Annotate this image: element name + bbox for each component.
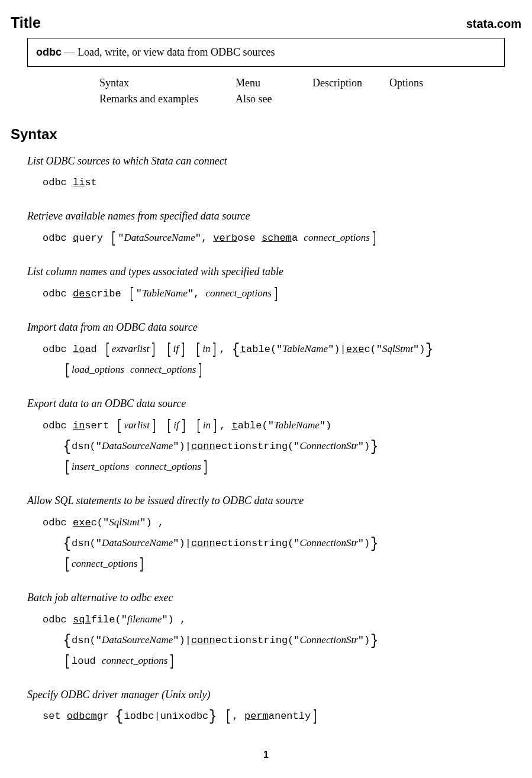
syntax-block-insert: Export data to an ODBC data source odbc … <box>27 396 521 477</box>
syntax-desc: Export data to an ODBC data source <box>27 396 521 412</box>
header-row: Title stata.com <box>11 12 521 34</box>
syntax-cmd: odbc exec("SqlStmt") , {dsn("DataSourceN… <box>43 512 521 574</box>
syntax-block-sqlfile: Batch job alternative to odbc exec odbc … <box>27 590 521 672</box>
syntax-desc: List column names and types associated w… <box>27 264 521 280</box>
page-title: Title <box>11 12 41 34</box>
syntax-block-list: List ODBC sources to which Stata can con… <box>27 153 521 193</box>
title-sep: — <box>65 46 75 58</box>
syntax-desc: Import data from an ODBC data source <box>27 319 521 335</box>
syntax-block-describe: List column names and types associated w… <box>27 264 521 304</box>
toc-alsosee[interactable]: Also see <box>236 91 312 107</box>
toc-syntax[interactable]: Syntax <box>99 75 236 91</box>
title-desc: Load, write, or view data from ODBC sour… <box>78 46 275 58</box>
syntax-desc: Allow SQL statements to be issued direct… <box>27 493 521 509</box>
syntax-cmd: odbc load [extvarlist] [if] [in], {table… <box>43 339 521 380</box>
syntax-desc: Specify ODBC driver manager (Unix only) <box>27 687 521 703</box>
syntax-desc: List ODBC sources to which Stata can con… <box>27 153 521 169</box>
site-link[interactable]: stata.com <box>466 15 521 33</box>
toc-remarks[interactable]: Remarks and examples <box>99 91 236 107</box>
syntax-block-odbcmgr: Specify ODBC driver manager (Unix only) … <box>27 687 521 727</box>
toc-description[interactable]: Description <box>312 75 389 91</box>
syntax-cmd: odbc insert [varlist] [if] [in], table("… <box>43 415 521 477</box>
syntax-block-exec: Allow SQL statements to be issued direct… <box>27 493 521 574</box>
syntax-cmd: set odbcmgr {iodbc|unixodbc} [, permanen… <box>43 706 521 727</box>
syntax-heading: Syntax <box>11 124 521 145</box>
page-number: 1 <box>11 748 521 762</box>
toc: Syntax Menu Description Options Remarks … <box>99 75 521 107</box>
syntax-block-load: Import data from an ODBC data source odb… <box>27 319 521 380</box>
syntax-cmd: odbc describe ["TableName", connect_opti… <box>43 283 521 304</box>
syntax-cmd: odbc list <box>43 173 521 193</box>
syntax-desc: Batch job alternative to odbc exec <box>27 590 521 606</box>
syntax-cmd: odbc query ["DataSourceName", verbose sc… <box>43 228 521 248</box>
syntax-desc: Retrieve available names from specified … <box>27 208 521 224</box>
title-box: odbc — Load, write, or view data from OD… <box>27 38 505 67</box>
toc-menu[interactable]: Menu <box>236 75 312 91</box>
toc-options[interactable]: Options <box>389 75 460 91</box>
syntax-cmd: odbc sqlfile("filename") , {dsn("DataSou… <box>43 609 521 672</box>
title-command: odbc <box>36 46 62 58</box>
syntax-block-query: Retrieve available names from specified … <box>27 208 521 248</box>
